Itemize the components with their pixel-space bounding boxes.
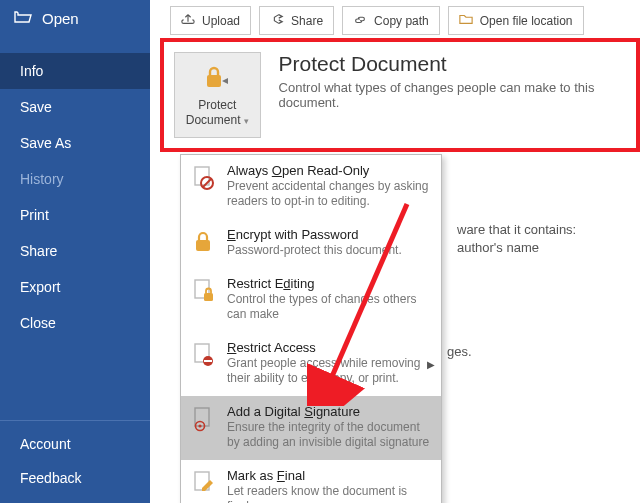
main-area: Protect Document ▾ Protect Document Cont…	[160, 38, 640, 152]
menu-item-desc: Prevent accidental changes by asking rea…	[227, 179, 431, 209]
svg-rect-4	[196, 240, 210, 251]
bg-text-aware: ware that it contains:	[457, 222, 576, 237]
submenu-caret-icon: ▶	[427, 359, 435, 370]
share-icon	[270, 12, 284, 29]
chevron-down-icon: ▾	[244, 116, 249, 126]
sidebar-item-share[interactable]: Share	[0, 233, 150, 269]
sidebar-item-print[interactable]: Print	[0, 197, 150, 233]
bg-text-author: author's name	[457, 240, 539, 255]
upload-label: Upload	[202, 14, 240, 28]
menu-item-desc: Password-protect this document.	[227, 243, 431, 258]
sidebar-item-close[interactable]: Close	[0, 305, 150, 341]
sidebar-item-feedback[interactable]: Feedback	[0, 461, 150, 495]
sidebar-open-label: Open	[42, 10, 79, 27]
menu-item-mark-final[interactable]: Mark as Final Let readers know the docum…	[181, 460, 441, 503]
folder-icon	[459, 12, 473, 29]
open-file-location-label: Open file location	[480, 14, 573, 28]
menu-item-title: Restrict Access	[227, 340, 431, 355]
top-action-bar: Upload Share Copy path Open file locatio…	[170, 6, 584, 35]
menu-item-read-only[interactable]: Always Open Read-Only Prevent accidental…	[181, 155, 441, 219]
protect-document-menu: Always Open Read-Only Prevent accidental…	[180, 154, 442, 503]
readonly-icon	[191, 163, 217, 209]
highlight-box: Protect Document ▾ Protect Document Cont…	[160, 38, 640, 152]
lock-key-icon	[191, 227, 217, 258]
menu-item-title: Encrypt with Password	[227, 227, 431, 242]
menu-item-title: Restrict Editing	[227, 276, 431, 291]
svg-rect-9	[204, 360, 212, 362]
menu-item-encrypt[interactable]: Encrypt with Password Password-protect t…	[181, 219, 441, 268]
sidebar-item-export[interactable]: Export	[0, 269, 150, 305]
svg-point-12	[198, 424, 201, 427]
svg-line-3	[203, 179, 211, 187]
copy-path-label: Copy path	[374, 14, 429, 28]
pencil-doc-icon	[191, 468, 217, 503]
menu-item-title: Always Open Read-Only	[227, 163, 431, 178]
menu-item-desc: Control the types of changes others can …	[227, 292, 431, 322]
menu-item-desc: Let readers know the document is final.	[227, 484, 431, 503]
upload-icon	[181, 12, 195, 29]
open-file-location-button[interactable]: Open file location	[448, 6, 584, 35]
share-label: Share	[291, 14, 323, 28]
copy-path-button[interactable]: Copy path	[342, 6, 440, 35]
protect-title: Protect Document	[279, 52, 636, 76]
sidebar-nav: Info Save Save As History Print Share Ex…	[0, 53, 150, 341]
protect-document-button[interactable]: Protect Document ▾	[174, 52, 261, 138]
svg-rect-6	[204, 293, 213, 301]
doc-lock-icon	[191, 276, 217, 322]
menu-item-desc: Grant people access while removing their…	[227, 356, 431, 386]
signature-icon	[191, 404, 217, 450]
menu-item-digital-signature[interactable]: Add a Digital Signature Ensure the integ…	[181, 396, 441, 460]
menu-item-desc: Ensure the integrity of the document by …	[227, 420, 431, 450]
sidebar-item-save-as[interactable]: Save As	[0, 125, 150, 161]
protect-text: Protect Document Control what types of c…	[279, 52, 636, 110]
protect-description: Control what types of changes people can…	[279, 80, 636, 110]
menu-item-restrict-access[interactable]: Restrict Access Grant people access whil…	[181, 332, 441, 396]
menu-item-title: Mark as Final	[227, 468, 431, 483]
backstage-sidebar: Open Info Save Save As History Print Sha…	[0, 0, 150, 503]
doc-block-icon	[191, 340, 217, 386]
sidebar-item-account[interactable]: Account	[0, 427, 150, 461]
sidebar-item-open[interactable]: Open	[0, 0, 150, 37]
folder-open-icon	[14, 10, 32, 27]
sidebar-item-history: History	[0, 161, 150, 197]
protect-button-label: Protect Document ▾	[175, 98, 260, 127]
link-icon	[353, 12, 367, 29]
bg-text-ges: ges.	[447, 344, 472, 359]
svg-rect-0	[207, 75, 221, 87]
upload-button[interactable]: Upload	[170, 6, 251, 35]
lock-icon	[202, 63, 232, 94]
menu-item-restrict-editing[interactable]: Restrict Editing Control the types of ch…	[181, 268, 441, 332]
sidebar-footer: Account Feedback	[0, 420, 150, 495]
sidebar-item-info[interactable]: Info	[0, 53, 150, 89]
share-button[interactable]: Share	[259, 6, 334, 35]
sidebar-item-save[interactable]: Save	[0, 89, 150, 125]
menu-item-title: Add a Digital Signature	[227, 404, 431, 419]
